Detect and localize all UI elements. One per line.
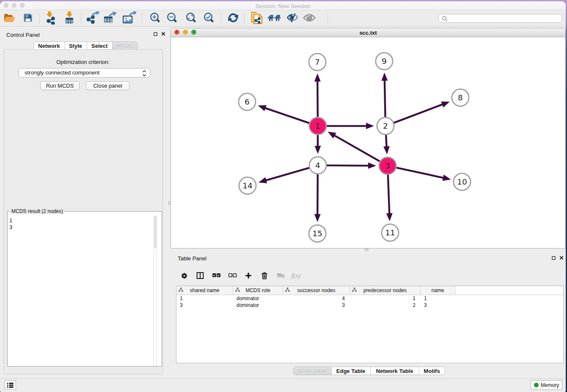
zoom-fit-button[interactable] (186, 12, 197, 25)
network-canvas[interactable]: 1234678910111415 (171, 37, 565, 248)
export-network-button[interactable] (87, 11, 99, 26)
tab-motifs[interactable]: Motifs (419, 367, 445, 375)
node-label-1: 1 (315, 121, 320, 130)
toolbar-separator (39, 13, 40, 24)
network-window-titlebar[interactable]: × − + scc.txt (171, 28, 565, 37)
table-header: shared name MCDS role successor nodes pr… (176, 286, 563, 295)
export-table-button[interactable] (104, 11, 116, 26)
column-header-successor-nodes[interactable]: successor nodes (283, 286, 350, 295)
node-label-11: 11 (385, 228, 395, 237)
tab-mcds[interactable]: MCDS (113, 42, 137, 50)
edge-arrow-3-1 (328, 132, 336, 138)
network-view-window: × − + scc.txt 1234678910111415 (171, 28, 566, 248)
node-label-14: 14 (242, 181, 253, 190)
result-scrollbar-thumb[interactable] (154, 216, 157, 248)
horizontal-splitter-handle[interactable] (365, 248, 369, 251)
control-panel-tabs: NetworkStyleSelectMCDS (33, 41, 138, 50)
search-input[interactable] (438, 14, 562, 23)
task-history-button[interactable] (4, 381, 16, 389)
edge-2-8[interactable] (385, 104, 443, 126)
table-deselect-all-button[interactable] (224, 273, 240, 278)
edge-arrow-4-14 (259, 177, 267, 183)
run-mcds-button[interactable]: Run MCDS (40, 81, 80, 90)
float-table-panel-icon[interactable] (552, 256, 556, 260)
mcds-result-text[interactable]: 1 3 (9, 217, 12, 231)
select-updown-icon (142, 70, 146, 77)
close-panel-icon[interactable] (161, 32, 165, 36)
memory-button[interactable]: Memory (531, 380, 562, 390)
column-header-name[interactable]: name (421, 286, 455, 295)
table-select-all-button[interactable] (208, 273, 224, 278)
cell-r1c3[interactable]: 2 (350, 302, 416, 309)
table-tabs-group: Node TableEdge TableNetwork TableMotifs (293, 367, 445, 375)
svg-text:f(x): f(x) (292, 272, 301, 279)
column-header-shared-name[interactable]: shared name (176, 286, 233, 295)
edge-arrow-2-9 (381, 73, 388, 81)
main-toolbar (0, 10, 566, 27)
edge-3-1[interactable] (334, 135, 388, 166)
tab-node-table[interactable]: Node Table (294, 367, 332, 375)
export-image-button[interactable] (123, 11, 136, 26)
tab-edge-table[interactable]: Edge Table (332, 367, 371, 375)
edge-arrow-1-6 (258, 105, 267, 111)
open-folder-button[interactable] (4, 14, 16, 24)
close-table-panel-icon[interactable] (559, 256, 564, 260)
zoom-selected-button[interactable] (204, 12, 215, 25)
node-label-3: 3 (385, 161, 390, 170)
edge-arrow-3-11 (386, 213, 393, 221)
eye-slash-button[interactable] (287, 13, 298, 24)
node-label-7: 7 (315, 58, 320, 66)
optimization-criterion-select[interactable]: strongly connected component (19, 68, 150, 77)
window-titlebar[interactable]: Session: New Session (0, 1, 566, 10)
table-toolbar: f(x) (176, 271, 562, 280)
memory-label: Memory (541, 382, 559, 388)
cell-r0c4[interactable]: 1 (424, 295, 454, 302)
table-columns-button[interactable] (192, 272, 208, 279)
copy-network-button[interactable] (251, 11, 263, 26)
close-panel-button[interactable]: Close panel (86, 81, 129, 90)
import-network-button[interactable] (45, 11, 56, 26)
tab-select[interactable]: Select (87, 42, 113, 50)
app-window: Session: New Session (0, 1, 566, 392)
cell-r1c1[interactable]: dominator (237, 302, 281, 309)
zoom-out-button[interactable] (167, 12, 178, 25)
eye-button[interactable] (303, 14, 316, 24)
cell-r1c2[interactable]: 3 (283, 302, 345, 309)
home-button[interactable] (267, 14, 281, 23)
table-trash-button[interactable] (256, 272, 272, 279)
table-delete-table-button[interactable] (272, 273, 289, 278)
node-label-2: 2 (383, 121, 388, 130)
tab-style[interactable]: Style (65, 42, 87, 50)
table-add-button[interactable] (240, 272, 256, 279)
column-type-icon (235, 287, 240, 293)
toolbar-separator (244, 13, 245, 24)
toolbar-separator (142, 13, 142, 24)
save-button[interactable] (23, 13, 33, 25)
node-label-10: 10 (457, 177, 467, 186)
table-panel: Table Panel (172, 252, 566, 378)
import-table-button[interactable] (64, 11, 75, 26)
refresh-button[interactable] (228, 13, 238, 25)
zoom-in-button[interactable] (150, 12, 161, 25)
cell-r0c3[interactable]: 1 (350, 295, 416, 302)
cell-r1c4[interactable]: 3 (424, 302, 454, 309)
memory-status-icon (534, 383, 539, 387)
column-header-predecessor-nodes[interactable]: predecessor nodes (350, 286, 421, 295)
mcds-result-label: MCDS result (2 nodes) (10, 208, 64, 214)
tab-network[interactable]: Network (34, 42, 65, 50)
node-table: shared name MCDS role successor nodes pr… (176, 286, 564, 363)
tab-network-table[interactable]: Network Table (371, 367, 419, 375)
column-header-MCDS-role[interactable]: MCDS role (233, 286, 283, 295)
node-label-15: 15 (312, 229, 322, 238)
control-panel: Control Panel NetworkStyleSelectMCDS Opt… (0, 28, 166, 378)
table-function-button[interactable]: f(x) (289, 272, 305, 279)
control-panel-title: Control Panel (6, 32, 40, 38)
toolbar-separator (81, 13, 81, 24)
cell-r1c0[interactable]: 3 (180, 302, 231, 309)
table-gear-button[interactable] (176, 272, 192, 279)
cell-r0c1[interactable]: dominator (237, 295, 281, 302)
cell-r0c2[interactable]: 4 (283, 295, 345, 302)
cell-r0c0[interactable]: 1 (180, 295, 231, 302)
float-panel-icon[interactable] (154, 32, 157, 36)
result-scrollbar[interactable] (153, 215, 157, 366)
